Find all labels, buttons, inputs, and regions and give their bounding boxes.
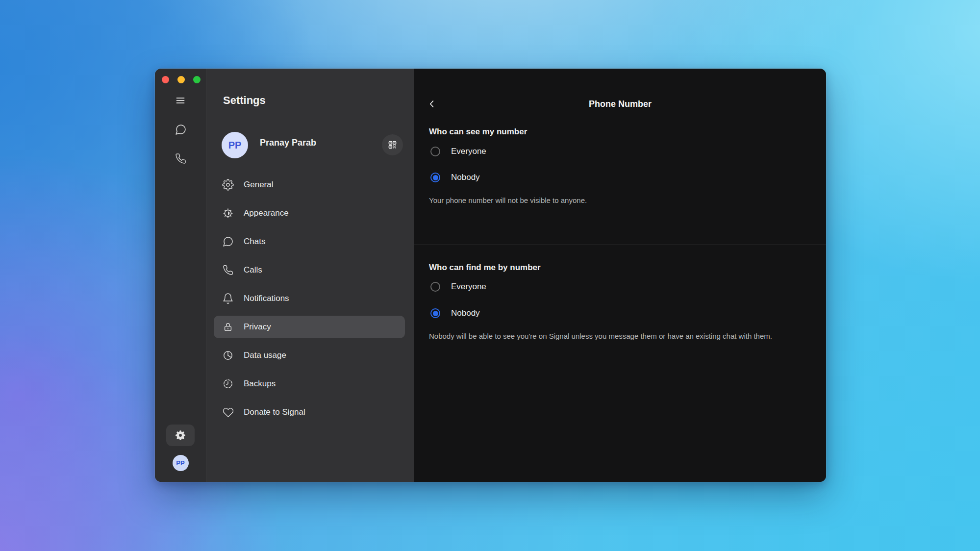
section-heading: Who can see my number <box>429 126 811 137</box>
lock-icon <box>222 321 234 333</box>
zoom-button[interactable] <box>193 76 201 83</box>
sidebar-item-label: Privacy <box>244 322 271 332</box>
chats-nav-icon[interactable] <box>174 123 187 136</box>
sidebar-item-label: General <box>244 180 273 190</box>
settings-menu: General Appearance <box>214 174 405 424</box>
radio-button[interactable] <box>430 147 440 156</box>
signal-settings-window: PP Settings PP Pranay Parab <box>155 69 826 482</box>
radio-button[interactable] <box>430 173 440 182</box>
sidebar-item-privacy[interactable]: Privacy <box>214 316 405 338</box>
qr-code-icon <box>387 140 398 150</box>
panel-title: Phone Number <box>414 99 826 109</box>
sidebar-item-appearance[interactable]: Appearance <box>214 202 405 225</box>
sidebar-item-backups[interactable]: Backups <box>214 373 405 395</box>
settings-nav-button[interactable] <box>166 425 195 446</box>
sidebar-item-general[interactable]: General <box>214 174 405 196</box>
profile-avatar[interactable]: PP <box>222 132 248 158</box>
section-description: Your phone number will not be visible to… <box>429 195 796 205</box>
radio-label: Nobody <box>451 308 480 318</box>
chevron-left-icon <box>427 99 437 109</box>
radio-label: Everyone <box>451 147 486 156</box>
sidebar-item-label: Appearance <box>244 208 289 218</box>
traffic-lights <box>162 76 201 83</box>
page-title: Settings <box>223 94 405 107</box>
hamburger-menu-icon[interactable] <box>174 94 187 107</box>
radio-label: Everyone <box>451 282 486 292</box>
profile-row[interactable]: PP Pranay Parab <box>222 132 405 158</box>
find-me-by-number-section: Who can find me by number Everyone Nobod… <box>414 245 826 341</box>
bell-icon <box>222 293 234 304</box>
radio-option-nobody[interactable]: Nobody <box>429 307 811 320</box>
appearance-icon <box>222 207 234 219</box>
sidebar-item-label: Chats <box>244 237 265 247</box>
section-description: Nobody will be able to see you're on Sig… <box>429 331 796 341</box>
sidebar-item-notifications[interactable]: Notifications <box>214 287 405 310</box>
sidebar-item-label: Donate to Signal <box>244 407 305 417</box>
sidebar-item-label: Data usage <box>244 351 286 360</box>
calls-nav-icon[interactable] <box>174 151 187 165</box>
radio-option-everyone[interactable]: Everyone <box>429 145 811 158</box>
back-button[interactable] <box>421 93 443 115</box>
qr-code-button[interactable] <box>382 134 403 155</box>
radio-option-everyone[interactable]: Everyone <box>429 280 811 293</box>
chat-bubble-icon <box>222 236 234 248</box>
radio-button[interactable] <box>430 282 440 292</box>
profile-name: Pranay Parab <box>260 138 316 148</box>
profile-avatar-small[interactable]: PP <box>173 455 189 471</box>
gear-icon <box>222 179 234 191</box>
radio-option-nobody[interactable]: Nobody <box>429 171 811 184</box>
sidebar-item-data-usage[interactable]: Data usage <box>214 344 405 367</box>
sidebar-item-donate[interactable]: Donate to Signal <box>214 401 405 424</box>
backup-clock-icon <box>222 378 234 390</box>
phone-icon <box>222 264 234 276</box>
sidebar-item-calls[interactable]: Calls <box>214 259 405 281</box>
settings-sidebar: Settings PP Pranay Parab <box>206 69 414 482</box>
radio-label: Nobody <box>451 173 480 182</box>
minimize-button[interactable] <box>177 76 185 83</box>
see-my-number-section: Who can see my number Everyone Nobody Yo… <box>414 115 826 205</box>
heart-icon <box>222 406 234 418</box>
pie-chart-icon <box>222 350 234 361</box>
radio-button[interactable] <box>430 308 440 318</box>
sidebar-item-label: Calls <box>244 265 262 275</box>
sidebar-item-label: Notifications <box>244 294 289 303</box>
phone-number-panel: Phone Number Who can see my number Every… <box>414 69 826 482</box>
sidebar-item-label: Backups <box>244 379 276 389</box>
nav-rail: PP <box>155 69 206 482</box>
section-heading: Who can find me by number <box>429 262 811 273</box>
gear-icon <box>175 430 186 441</box>
sidebar-item-chats[interactable]: Chats <box>214 230 405 253</box>
close-button[interactable] <box>162 76 169 83</box>
panel-header: Phone Number <box>414 93 826 115</box>
